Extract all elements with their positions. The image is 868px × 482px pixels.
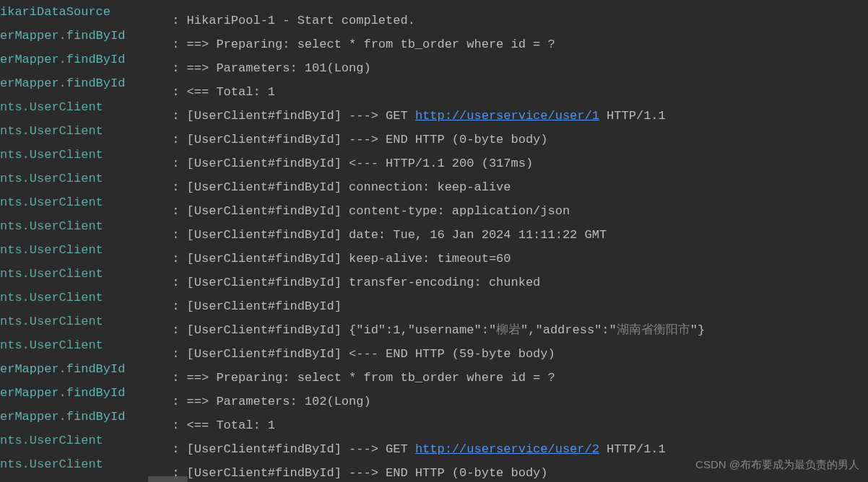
log-source: nts.UserClient (0, 286, 165, 310)
log-line: nts.UserClient : [UserClient#findById] -… (0, 95, 868, 119)
log-message-end: "} (690, 323, 705, 337)
log-source: ikariDataSource (0, 0, 165, 24)
log-line: nts.UserClient : [UserClient#findById] c… (0, 167, 868, 190)
log-source: nts.UserClient (0, 190, 165, 214)
log-line: nts.UserClient : [UserClient#findById] <… (0, 143, 868, 167)
log-line: erMapper.findById : ==> Preparing: selec… (0, 357, 868, 381)
log-source: nts.UserClient (0, 214, 165, 238)
log-line: erMapper.findById : <== Total: 1 (0, 405, 868, 429)
log-source: erMapper.findById (0, 357, 165, 381)
log-output: ikariDataSource : HikariPool-1 - Start c… (0, 0, 868, 482)
log-source: nts.UserClient (0, 95, 165, 119)
log-line: ikariDataSource : HikariPool-1 - Start c… (0, 0, 868, 24)
log-source: nts.UserClient (0, 119, 165, 143)
log-line: nts.UserClient : [UserClient#findById] c… (0, 190, 868, 214)
log-line: nts.UserClient : [UserClient#findById] {… (0, 310, 868, 333)
log-line: nts.UserClient : [UserClient#findById] -… (0, 119, 868, 143)
log-source: nts.UserClient (0, 476, 165, 482)
log-source: nts.UserClient (0, 167, 165, 190)
log-source: nts.UserClient (0, 333, 165, 357)
log-source: erMapper.findById (0, 381, 165, 405)
log-source: nts.UserClient (0, 310, 165, 333)
log-source: nts.UserClient (0, 143, 165, 167)
log-source: erMapper.findById (0, 24, 165, 48)
log-source: nts.UserClient (0, 452, 165, 476)
log-line: erMapper.findById : ==> Preparing: selec… (0, 24, 868, 48)
log-source: erMapper.findById (0, 71, 165, 95)
log-chinese-text: 湖南省衡阳市 (617, 323, 690, 337)
log-source: erMapper.findById (0, 405, 165, 429)
log-line: nts.UserClient : [UserClient#findById] <… (0, 476, 868, 482)
log-source: erMapper.findById (0, 48, 165, 71)
log-line: nts.UserClient : [UserClient#findById] d… (0, 214, 868, 238)
log-line: nts.UserClient : [UserClient#findById] -… (0, 429, 868, 452)
log-line: erMapper.findById : <== Total: 1 (0, 71, 868, 95)
log-source: nts.UserClient (0, 262, 165, 286)
log-source: nts.UserClient (0, 238, 165, 262)
log-message-after: HTTP/1.1 (599, 109, 666, 123)
log-message-after: HTTP/1.1 (599, 442, 666, 456)
log-line: nts.UserClient : [UserClient#findById] t… (0, 262, 868, 286)
watermark-text: CSDN @布布要成为最负责的男人 (695, 452, 859, 476)
log-line: nts.UserClient : [UserClient#findById] <… (0, 333, 868, 357)
log-source: nts.UserClient (0, 429, 165, 452)
log-line: nts.UserClient : [UserClient#findById] k… (0, 238, 868, 262)
horizontal-scrollbar[interactable] (148, 476, 188, 482)
